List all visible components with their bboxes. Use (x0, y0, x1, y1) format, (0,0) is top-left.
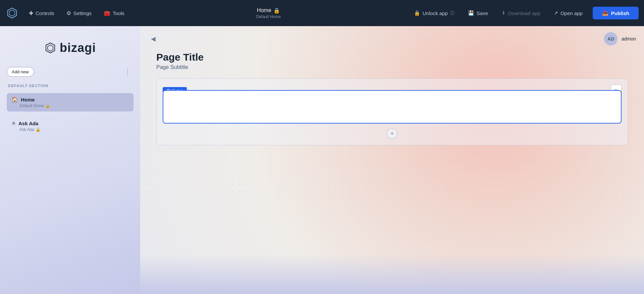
main-layout: bizagi Add new ⋮ DEFAULT SECTION 🏠 Home … (0, 26, 644, 294)
download-icon: ⬇ (501, 10, 506, 16)
add-row-container: + (163, 128, 622, 139)
settings-button[interactable]: ⚙ Settings (62, 7, 96, 19)
canvas-area: ◀ AD admon Page Title Page Subtitle Colu… (140, 26, 644, 294)
publish-label: Publish (611, 10, 629, 16)
save-button[interactable]: 💾 Save (462, 7, 494, 19)
ask-ada-icon: ✳ (11, 120, 16, 127)
info-icon: ⓘ (450, 10, 454, 16)
external-link-icon: ↗ (554, 10, 558, 16)
unlock-label: Unlock app (423, 10, 448, 16)
publish-icon: 📤 (602, 10, 608, 16)
lock-icon-home: 🔒 (45, 103, 50, 108)
sidebar-logo-text: bizagi (60, 41, 96, 55)
tools-label: Tools (113, 10, 124, 16)
controls-icon: ✚ (29, 10, 33, 16)
page-name: Home 🔒 (257, 7, 280, 14)
controls-label: Controls (36, 10, 54, 16)
home-icon: 🏠 (11, 96, 18, 103)
tools-icon: 🧰 (104, 10, 110, 16)
nav-center: Home 🔒 Default Home (132, 7, 405, 19)
column-box (163, 90, 622, 124)
bizagi-logo-icon (44, 42, 56, 54)
page-title: Page Title (156, 52, 628, 63)
svg-marker-1 (9, 10, 15, 16)
open-label: Open app (560, 10, 583, 16)
open-app-button[interactable]: ↗ Open app (548, 7, 589, 19)
settings-label: Settings (73, 10, 92, 16)
sidebar-item-home[interactable]: 🏠 Home Default Home 🔒 (7, 93, 133, 112)
ask-ada-item-subtitle: Ask Ada 🔒 (11, 127, 129, 132)
app-logo (5, 6, 19, 20)
sidebar: bizagi Add new ⋮ DEFAULT SECTION 🏠 Home … (0, 26, 140, 294)
sidebar-logo: bizagi (7, 34, 133, 58)
save-icon: 💾 (468, 10, 474, 16)
sidebar-actions: Add new ⋮ (7, 66, 133, 77)
page-content: Page Title Page Subtitle Column ✏ + (140, 52, 644, 156)
home-item-title: Home (21, 97, 35, 102)
controls-button[interactable]: ✚ Controls (24, 7, 59, 19)
add-icon: + (390, 130, 394, 137)
save-label: Save (477, 10, 488, 16)
lock-icon: 🔒 (414, 10, 420, 16)
page-subtitle: Page Subtitle (156, 64, 628, 70)
home-item-subtitle: Default Home 🔒 (11, 103, 129, 108)
download-app-button[interactable]: ⬇ Download app (495, 7, 546, 19)
svg-marker-3 (48, 45, 53, 51)
canvas-top-bar: ◀ AD admon (140, 26, 644, 52)
user-info: AD admon (604, 32, 636, 46)
collapse-icon: ◀ (151, 35, 156, 42)
settings-icon: ⚙ (66, 10, 71, 16)
svg-marker-0 (8, 8, 16, 18)
user-name: admon (622, 36, 636, 42)
sidebar-item-ask-ada[interactable]: ✳ Ask Ada Ask Ada 🔒 (7, 117, 133, 135)
publish-button[interactable]: 📤 Publish (593, 7, 639, 19)
ask-ada-item-title: Ask Ada (18, 121, 38, 126)
collapse-panel-button[interactable]: ◀ (148, 33, 158, 45)
page-subtitle-nav: Default Home (256, 14, 281, 19)
lock-icon-ada: 🔒 (36, 127, 41, 132)
add-row-button[interactable]: + (387, 128, 397, 139)
top-navigation: ✚ Controls ⚙ Settings 🧰 Tools Home 🔒 Def… (0, 0, 644, 26)
default-section-label: DEFAULT SECTION (7, 84, 133, 88)
container-block: Column ✏ + (156, 78, 628, 145)
nav-right-actions: 🔒 Unlock app ⓘ 💾 Save ⬇ Download app ↗ O… (408, 7, 639, 19)
add-new-button[interactable]: Add new (7, 67, 34, 77)
download-label: Download app (508, 10, 540, 16)
unlock-app-button[interactable]: 🔒 Unlock app ⓘ (408, 7, 461, 19)
more-options-button[interactable]: ⋮ (121, 66, 133, 77)
avatar: AD (604, 32, 618, 46)
tools-button[interactable]: 🧰 Tools (99, 7, 129, 19)
